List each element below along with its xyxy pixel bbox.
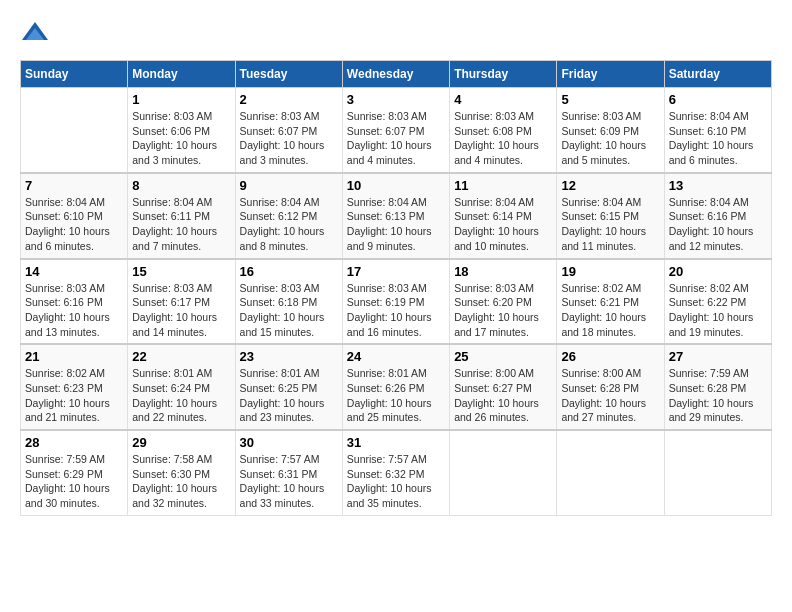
calendar-cell: 30Sunrise: 7:57 AMSunset: 6:31 PMDayligh…: [235, 430, 342, 515]
weekday-header-thursday: Thursday: [450, 61, 557, 88]
calendar-cell: 4Sunrise: 8:03 AMSunset: 6:08 PMDaylight…: [450, 88, 557, 173]
cell-info: Sunrise: 8:04 AMSunset: 6:10 PMDaylight:…: [669, 109, 767, 168]
calendar-cell: [664, 430, 771, 515]
day-number: 3: [347, 92, 445, 107]
cell-info: Sunrise: 8:04 AMSunset: 6:10 PMDaylight:…: [25, 195, 123, 254]
calendar-cell: 24Sunrise: 8:01 AMSunset: 6:26 PMDayligh…: [342, 344, 449, 430]
calendar-cell: 5Sunrise: 8:03 AMSunset: 6:09 PMDaylight…: [557, 88, 664, 173]
cell-info: Sunrise: 8:03 AMSunset: 6:09 PMDaylight:…: [561, 109, 659, 168]
calendar-cell: [557, 430, 664, 515]
day-number: 11: [454, 178, 552, 193]
cell-info: Sunrise: 8:01 AMSunset: 6:25 PMDaylight:…: [240, 366, 338, 425]
cell-info: Sunrise: 8:04 AMSunset: 6:13 PMDaylight:…: [347, 195, 445, 254]
day-number: 26: [561, 349, 659, 364]
calendar-week-row: 21Sunrise: 8:02 AMSunset: 6:23 PMDayligh…: [21, 344, 772, 430]
cell-info: Sunrise: 8:04 AMSunset: 6:16 PMDaylight:…: [669, 195, 767, 254]
day-number: 22: [132, 349, 230, 364]
calendar-cell: 1Sunrise: 8:03 AMSunset: 6:06 PMDaylight…: [128, 88, 235, 173]
day-number: 24: [347, 349, 445, 364]
cell-info: Sunrise: 8:04 AMSunset: 6:14 PMDaylight:…: [454, 195, 552, 254]
weekday-header-row: SundayMondayTuesdayWednesdayThursdayFrid…: [21, 61, 772, 88]
day-number: 9: [240, 178, 338, 193]
calendar-cell: 21Sunrise: 8:02 AMSunset: 6:23 PMDayligh…: [21, 344, 128, 430]
day-number: 13: [669, 178, 767, 193]
calendar-week-row: 7Sunrise: 8:04 AMSunset: 6:10 PMDaylight…: [21, 173, 772, 259]
cell-info: Sunrise: 7:58 AMSunset: 6:30 PMDaylight:…: [132, 452, 230, 511]
calendar-cell: 27Sunrise: 7:59 AMSunset: 6:28 PMDayligh…: [664, 344, 771, 430]
calendar-cell: 7Sunrise: 8:04 AMSunset: 6:10 PMDaylight…: [21, 173, 128, 259]
calendar-cell: 19Sunrise: 8:02 AMSunset: 6:21 PMDayligh…: [557, 259, 664, 345]
day-number: 12: [561, 178, 659, 193]
day-number: 8: [132, 178, 230, 193]
calendar-cell: 8Sunrise: 8:04 AMSunset: 6:11 PMDaylight…: [128, 173, 235, 259]
calendar-week-row: 14Sunrise: 8:03 AMSunset: 6:16 PMDayligh…: [21, 259, 772, 345]
calendar-cell: [450, 430, 557, 515]
cell-info: Sunrise: 8:02 AMSunset: 6:23 PMDaylight:…: [25, 366, 123, 425]
logo: [20, 20, 54, 50]
cell-info: Sunrise: 8:03 AMSunset: 6:20 PMDaylight:…: [454, 281, 552, 340]
cell-info: Sunrise: 8:03 AMSunset: 6:08 PMDaylight:…: [454, 109, 552, 168]
cell-info: Sunrise: 8:03 AMSunset: 6:07 PMDaylight:…: [347, 109, 445, 168]
day-number: 4: [454, 92, 552, 107]
day-number: 7: [25, 178, 123, 193]
weekday-header-friday: Friday: [557, 61, 664, 88]
calendar-cell: 16Sunrise: 8:03 AMSunset: 6:18 PMDayligh…: [235, 259, 342, 345]
day-number: 21: [25, 349, 123, 364]
calendar-cell: 2Sunrise: 8:03 AMSunset: 6:07 PMDaylight…: [235, 88, 342, 173]
calendar-cell: 26Sunrise: 8:00 AMSunset: 6:28 PMDayligh…: [557, 344, 664, 430]
day-number: 20: [669, 264, 767, 279]
cell-info: Sunrise: 8:03 AMSunset: 6:16 PMDaylight:…: [25, 281, 123, 340]
cell-info: Sunrise: 7:59 AMSunset: 6:29 PMDaylight:…: [25, 452, 123, 511]
weekday-header-monday: Monday: [128, 61, 235, 88]
calendar-week-row: 28Sunrise: 7:59 AMSunset: 6:29 PMDayligh…: [21, 430, 772, 515]
calendar-cell: 13Sunrise: 8:04 AMSunset: 6:16 PMDayligh…: [664, 173, 771, 259]
day-number: 19: [561, 264, 659, 279]
cell-info: Sunrise: 7:57 AMSunset: 6:32 PMDaylight:…: [347, 452, 445, 511]
calendar-cell: 6Sunrise: 8:04 AMSunset: 6:10 PMDaylight…: [664, 88, 771, 173]
calendar-cell: 25Sunrise: 8:00 AMSunset: 6:27 PMDayligh…: [450, 344, 557, 430]
weekday-header-wednesday: Wednesday: [342, 61, 449, 88]
cell-info: Sunrise: 8:01 AMSunset: 6:24 PMDaylight:…: [132, 366, 230, 425]
calendar-cell: 31Sunrise: 7:57 AMSunset: 6:32 PMDayligh…: [342, 430, 449, 515]
calendar-table: SundayMondayTuesdayWednesdayThursdayFrid…: [20, 60, 772, 516]
calendar-cell: 23Sunrise: 8:01 AMSunset: 6:25 PMDayligh…: [235, 344, 342, 430]
cell-info: Sunrise: 8:00 AMSunset: 6:27 PMDaylight:…: [454, 366, 552, 425]
page-header: [20, 20, 772, 50]
calendar-cell: 29Sunrise: 7:58 AMSunset: 6:30 PMDayligh…: [128, 430, 235, 515]
day-number: 29: [132, 435, 230, 450]
calendar-cell: [21, 88, 128, 173]
logo-icon: [20, 20, 50, 50]
weekday-header-sunday: Sunday: [21, 61, 128, 88]
calendar-cell: 18Sunrise: 8:03 AMSunset: 6:20 PMDayligh…: [450, 259, 557, 345]
calendar-week-row: 1Sunrise: 8:03 AMSunset: 6:06 PMDaylight…: [21, 88, 772, 173]
day-number: 18: [454, 264, 552, 279]
day-number: 27: [669, 349, 767, 364]
day-number: 31: [347, 435, 445, 450]
calendar-cell: 22Sunrise: 8:01 AMSunset: 6:24 PMDayligh…: [128, 344, 235, 430]
calendar-cell: 9Sunrise: 8:04 AMSunset: 6:12 PMDaylight…: [235, 173, 342, 259]
cell-info: Sunrise: 8:03 AMSunset: 6:18 PMDaylight:…: [240, 281, 338, 340]
calendar-cell: 12Sunrise: 8:04 AMSunset: 6:15 PMDayligh…: [557, 173, 664, 259]
day-number: 23: [240, 349, 338, 364]
day-number: 25: [454, 349, 552, 364]
day-number: 10: [347, 178, 445, 193]
cell-info: Sunrise: 8:00 AMSunset: 6:28 PMDaylight:…: [561, 366, 659, 425]
cell-info: Sunrise: 8:01 AMSunset: 6:26 PMDaylight:…: [347, 366, 445, 425]
calendar-cell: 3Sunrise: 8:03 AMSunset: 6:07 PMDaylight…: [342, 88, 449, 173]
cell-info: Sunrise: 8:03 AMSunset: 6:17 PMDaylight:…: [132, 281, 230, 340]
day-number: 2: [240, 92, 338, 107]
day-number: 5: [561, 92, 659, 107]
day-number: 6: [669, 92, 767, 107]
calendar-cell: 14Sunrise: 8:03 AMSunset: 6:16 PMDayligh…: [21, 259, 128, 345]
calendar-cell: 20Sunrise: 8:02 AMSunset: 6:22 PMDayligh…: [664, 259, 771, 345]
day-number: 1: [132, 92, 230, 107]
cell-info: Sunrise: 8:03 AMSunset: 6:07 PMDaylight:…: [240, 109, 338, 168]
cell-info: Sunrise: 8:02 AMSunset: 6:21 PMDaylight:…: [561, 281, 659, 340]
day-number: 14: [25, 264, 123, 279]
calendar-cell: 15Sunrise: 8:03 AMSunset: 6:17 PMDayligh…: [128, 259, 235, 345]
cell-info: Sunrise: 7:59 AMSunset: 6:28 PMDaylight:…: [669, 366, 767, 425]
day-number: 30: [240, 435, 338, 450]
day-number: 28: [25, 435, 123, 450]
weekday-header-saturday: Saturday: [664, 61, 771, 88]
cell-info: Sunrise: 7:57 AMSunset: 6:31 PMDaylight:…: [240, 452, 338, 511]
